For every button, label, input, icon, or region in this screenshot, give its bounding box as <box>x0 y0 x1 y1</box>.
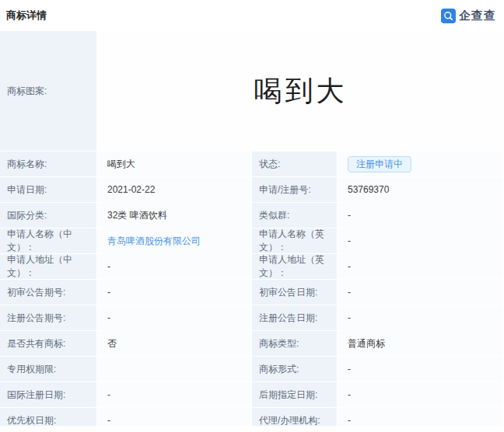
field-label: 商标类型: <box>252 331 338 357</box>
preliminary-gazette-no-value: - <box>97 280 252 305</box>
later-designation-date-value: - <box>338 382 504 408</box>
table-row: 优先权日期: - 代理/办理机构: - <box>0 408 504 426</box>
applicant-address-value: - <box>97 254 252 280</box>
agent-value: - <box>338 408 504 426</box>
field-label: 状态: <box>252 152 338 177</box>
qichacha-logo-icon <box>441 9 456 23</box>
field-label: 专用权期限: <box>0 357 97 382</box>
shared-trademark-value: 否 <box>97 331 252 357</box>
field-label: 申请人名称（中文）： <box>0 228 97 254</box>
trademark-image-row: 商标图案: 喝到大 <box>0 31 504 152</box>
intl-registration-date-value: - <box>97 382 252 408</box>
application-date-value: 2021-02-22 <box>97 177 252 203</box>
table-row: 申请日期: 2021-02-22 申请/注册号: 53769370 <box>0 177 504 203</box>
field-label: 商标名称: <box>0 152 97 177</box>
field-label: 初审公告期号: <box>0 280 97 305</box>
table-row: 申请人名称（中文）： 青岛啤酒股份有限公司 申请人名称（英文）： - <box>0 228 504 254</box>
field-label: 商标形式: <box>252 357 338 382</box>
field-label: 申请日期: <box>0 177 97 203</box>
field-label: 注册公告期号: <box>0 305 97 331</box>
priority-date-value: - <box>97 408 252 426</box>
trademark-detail-table: 商标图案: 喝到大 商标名称: 喝到大 状态: 注册申请中 申请日期: 2021… <box>0 31 504 426</box>
table-row: 注册公告期号: - 注册公告日期: - <box>0 305 504 331</box>
trademark-name-value: 喝到大 <box>97 152 252 177</box>
table-row: 初审公告期号: - 初审公告日期: - <box>0 280 504 305</box>
brand-logo[interactable]: 企查查 <box>441 9 496 23</box>
table-row: 申请人地址（中文）： - 申请人地址（英文）： - <box>0 254 504 280</box>
trademark-form-value: - <box>338 357 504 382</box>
exclusive-right-period-value <box>97 357 252 382</box>
preliminary-gazette-date-value: - <box>338 280 504 305</box>
table-row: 国际分类: 32类 啤酒饮料 类似群: - <box>0 203 504 228</box>
field-label: 注册公告日期: <box>252 305 338 331</box>
field-label: 是否共有商标: <box>0 331 97 357</box>
table-row: 是否共有商标: 否 商标类型: 普通商标 <box>0 331 504 357</box>
intl-class-value: 32类 啤酒饮料 <box>97 203 252 228</box>
table-row: 专用权期限: 商标形式: - <box>0 357 504 382</box>
field-label: 优先权日期: <box>0 408 97 426</box>
field-label: 初审公告日期: <box>252 280 338 305</box>
top-bar: 商标详情 企查查 <box>0 0 504 31</box>
registration-gazette-no-value: - <box>97 305 252 331</box>
applicant-name-link[interactable]: 青岛啤酒股份有限公司 <box>107 235 201 248</box>
brand-name: 企查查 <box>459 9 496 23</box>
registration-number-value: 53769370 <box>338 177 504 203</box>
field-label: 申请人地址（英文）： <box>252 254 338 280</box>
trademark-image-label: 商标图案: <box>0 31 97 152</box>
field-label: 国际分类: <box>0 203 97 228</box>
trademark-type-value: 普通商标 <box>338 331 504 357</box>
field-label: 类似群: <box>252 203 338 228</box>
registration-gazette-date-value: - <box>338 305 504 331</box>
field-label: 申请人名称（英文）： <box>252 228 338 254</box>
table-row: 商标名称: 喝到大 状态: 注册申请中 <box>0 152 504 177</box>
field-label: 申请/注册号: <box>252 177 338 203</box>
applicant-name-en-value: - <box>338 228 504 254</box>
status-badge[interactable]: 注册申请中 <box>348 156 411 172</box>
field-label: 后期指定日期: <box>252 382 338 408</box>
similar-group-value: - <box>338 203 504 228</box>
trademark-image-text: 喝到大 <box>254 72 348 110</box>
applicant-address-en-value: - <box>338 254 504 280</box>
field-label: 代理/办理机构: <box>252 408 338 426</box>
applicant-name-cell: 青岛啤酒股份有限公司 <box>97 228 252 254</box>
field-label: 申请人地址（中文）： <box>0 254 97 280</box>
field-label: 国际注册日期: <box>0 382 97 408</box>
status-cell: 注册申请中 <box>338 152 504 177</box>
table-row: 国际注册日期: - 后期指定日期: - <box>0 382 504 408</box>
page-title: 商标详情 <box>6 9 47 23</box>
trademark-image: 喝到大 <box>97 31 504 152</box>
